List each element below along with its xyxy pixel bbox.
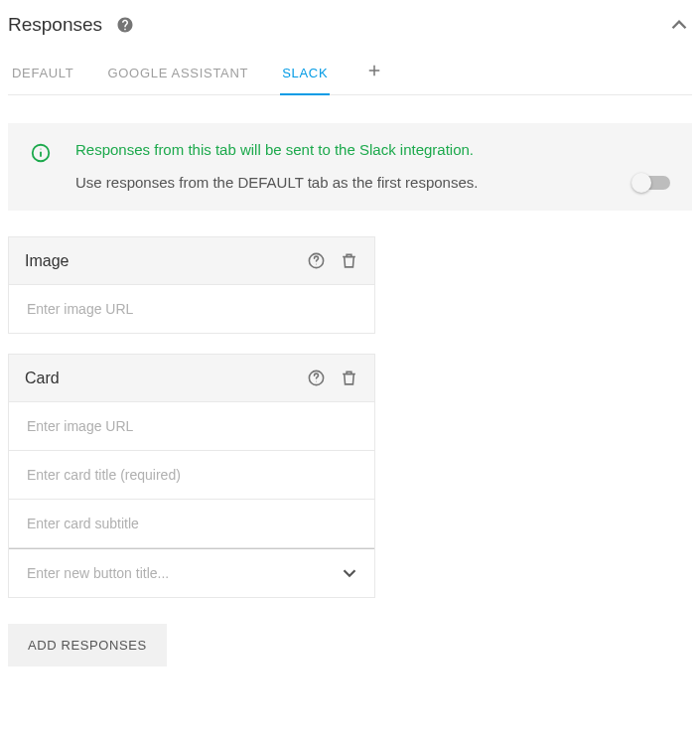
info-content: Responses from this tab will be sent to …	[75, 141, 670, 191]
card-header: Card	[9, 355, 374, 402]
toggle-knob	[631, 173, 651, 193]
card-title-input[interactable]	[9, 451, 374, 499]
response-block-image: Image	[8, 236, 375, 334]
card-actions	[307, 251, 358, 270]
card-subtitle-input[interactable]	[9, 500, 374, 547]
card-image-url-input[interactable]	[9, 402, 374, 450]
help-icon[interactable]	[307, 369, 326, 387]
help-icon[interactable]	[307, 251, 326, 270]
input-row	[9, 548, 374, 597]
default-responses-toggle[interactable]	[634, 176, 670, 190]
svg-point-6	[316, 381, 317, 382]
tabs-bar: DEFAULT GOOGLE ASSISTANT SLACK	[8, 50, 692, 95]
input-row	[9, 451, 374, 500]
response-block-card: Card	[8, 354, 375, 598]
input-row	[9, 285, 374, 333]
delete-icon[interactable]	[340, 251, 358, 270]
card-title: Image	[25, 252, 69, 270]
card-title: Card	[25, 370, 60, 387]
svg-point-4	[316, 264, 317, 265]
card-header: Image	[9, 237, 374, 285]
card-actions	[307, 369, 358, 387]
chevron-down-icon[interactable]	[339, 562, 360, 584]
delete-icon[interactable]	[340, 369, 358, 387]
collapse-icon[interactable]	[666, 12, 692, 38]
help-icon[interactable]	[116, 16, 134, 34]
input-row	[9, 402, 374, 451]
info-icon	[30, 142, 52, 168]
section-title: Responses	[8, 14, 102, 36]
add-tab-button[interactable]	[359, 56, 389, 94]
card-button-title-input[interactable]	[9, 549, 339, 597]
tab-default[interactable]: DEFAULT	[10, 56, 75, 94]
tab-slack[interactable]: SLACK	[280, 56, 330, 94]
section-header: Responses	[8, 10, 692, 50]
image-url-input[interactable]	[9, 285, 374, 333]
info-text-secondary: Use responses from the DEFAULT tab as th…	[75, 174, 478, 191]
info-text-primary: Responses from this tab will be sent to …	[75, 141, 670, 158]
add-responses-button[interactable]: ADD RESPONSES	[8, 624, 167, 667]
tab-google-assistant[interactable]: GOOGLE ASSISTANT	[105, 56, 250, 94]
info-box: Responses from this tab will be sent to …	[8, 123, 692, 211]
svg-point-2	[40, 148, 41, 149]
input-row	[9, 500, 374, 548]
header-left: Responses	[8, 14, 134, 36]
info-row-secondary: Use responses from the DEFAULT tab as th…	[75, 174, 670, 191]
